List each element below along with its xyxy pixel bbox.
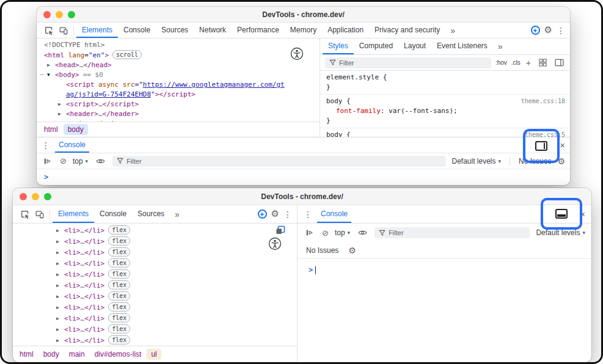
minimize-window-button[interactable] <box>56 11 63 18</box>
styles-filter-input[interactable]: Filter <box>325 57 491 68</box>
accessibility-icon[interactable] <box>268 237 282 253</box>
panel-layout-icon[interactable] <box>553 57 565 69</box>
zoom-window-button[interactable] <box>68 11 75 18</box>
ai-spark-icon[interactable] <box>531 26 540 35</box>
expand-arrow-icon[interactable]: ▶ <box>56 302 64 313</box>
log-levels-selector[interactable]: Default levels▾ <box>452 157 502 166</box>
console-settings-gear-icon[interactable]: ⚙ <box>348 246 356 255</box>
breadcrumb-html[interactable]: html <box>15 349 38 360</box>
more-tabs-button[interactable]: » <box>445 23 460 38</box>
dock-bottom-icon[interactable] <box>555 209 568 219</box>
titlebar[interactable]: DevTools - chrome.dev/ <box>13 188 591 205</box>
flex-badge[interactable]: flex <box>108 247 130 257</box>
inspect-icon[interactable] <box>18 207 32 222</box>
eye-icon[interactable] <box>356 227 368 239</box>
expand-arrow-icon[interactable]: ▶ <box>58 109 66 119</box>
more-tabs-button[interactable]: » <box>493 38 508 54</box>
expand-arrow-icon[interactable]: ▶ <box>58 119 66 122</box>
expand-arrow-icon[interactable]: ▶ <box>56 225 64 236</box>
tree-row-li[interactable]: ▶<li>…</li>flex <box>13 291 297 302</box>
context-selector[interactable]: top▾ <box>73 157 88 166</box>
drawer-kebab-menu-icon[interactable]: ⋮ <box>42 141 50 150</box>
tab-performance[interactable]: Performance <box>232 23 285 38</box>
grid-icon[interactable] <box>536 57 549 69</box>
tab-console[interactable]: Console <box>317 205 351 223</box>
more-tabs-button[interactable]: » <box>170 205 185 223</box>
tab-layout[interactable]: Layout <box>398 38 431 54</box>
dom-body-node[interactable]: …▼<body>== $0 <box>37 70 320 80</box>
expand-arrow-icon[interactable]: ▶ <box>58 100 66 109</box>
expand-arrow-icon[interactable]: ▶ <box>56 280 64 291</box>
device-toolbar-icon[interactable] <box>32 207 47 222</box>
tab-styles[interactable]: Styles <box>323 38 354 54</box>
css-declaration[interactable]: font-family: var(--font-sans); <box>326 106 565 116</box>
rule-selector[interactable]: body { <box>326 96 351 106</box>
tree-row-li[interactable]: ▶<li>…</li>flex <box>13 313 297 324</box>
log-levels-selector[interactable]: Default levels▾ <box>536 228 585 237</box>
expand-arrow-icon[interactable]: ▶ <box>56 247 64 258</box>
issues-counter[interactable]: No Issues <box>306 246 338 255</box>
console-sidebar-icon[interactable] <box>304 227 316 239</box>
expand-arrow-icon[interactable]: ▶ <box>56 236 64 247</box>
console-prompt-row[interactable]: > <box>37 169 570 185</box>
tree-row-li[interactable]: ▶<li>…</li>flex <box>13 335 297 346</box>
expand-arrow-icon[interactable]: ▶ <box>56 269 64 280</box>
tree-row-li[interactable]: ▶<li>…</li>flex <box>13 302 297 313</box>
dom-script-node[interactable]: ▶<script>…</script> <box>37 100 320 109</box>
tab-event-listeners[interactable]: Event Listeners <box>431 38 493 54</box>
dom-doctype-node[interactable]: <!DOCTYPE html> <box>37 40 320 50</box>
dock-side-icon[interactable] <box>535 141 547 151</box>
console-sidebar-icon[interactable] <box>42 155 54 167</box>
console-prompt-row[interactable]: > <box>298 259 591 274</box>
new-style-rule-button[interactable]: + <box>525 58 532 68</box>
source-link[interactable]: theme.css:18 <box>521 96 565 106</box>
tree-row-li[interactable]: ▶<li>…</li>flex <box>13 236 297 247</box>
minimize-window-button[interactable] <box>32 193 39 200</box>
breadcrumb-body[interactable]: body <box>39 349 64 360</box>
close-window-button[interactable] <box>43 11 51 18</box>
dom-header-node[interactable]: ▶<header>…</header> <box>37 109 320 119</box>
breadcrumb-main[interactable]: main <box>65 349 89 360</box>
tab-application[interactable]: Application <box>322 23 369 38</box>
rule-selector[interactable]: element.style { <box>326 73 387 82</box>
node-menu-icon[interactable]: … <box>40 68 45 78</box>
collapse-arrow-icon[interactable]: ▼ <box>47 70 55 80</box>
dom-gtag-script-node[interactable]: <script async src="https://www.googletag… <box>37 80 286 100</box>
expand-arrow-icon[interactable]: ▶ <box>56 335 64 346</box>
drawer-tab-console[interactable]: Console <box>55 137 89 153</box>
flex-badge[interactable]: flex <box>108 269 130 278</box>
flex-badge[interactable]: flex <box>108 236 130 246</box>
flex-badge[interactable]: flex <box>108 324 130 333</box>
tree-row-li[interactable]: ▶<li>…</li>flex <box>13 247 297 258</box>
drawer-kebab-menu-icon[interactable]: ⋮ <box>304 210 312 219</box>
breadcrumb-html[interactable]: html <box>40 124 62 135</box>
console-filter-input[interactable]: Filter <box>375 227 530 238</box>
tab-sources[interactable]: Sources <box>132 205 170 223</box>
context-selector[interactable]: top▾ <box>335 228 350 237</box>
tab-memory[interactable]: Memory <box>285 23 322 38</box>
dom-head-node[interactable]: ▶<head>…</head> <box>37 60 320 70</box>
breadcrumb-body[interactable]: body <box>64 124 88 135</box>
scroll-badge[interactable]: scroll <box>112 50 142 59</box>
flex-badge[interactable]: flex <box>108 225 130 235</box>
breadcrumb-div-demos-list[interactable]: div#demos-list <box>90 349 146 360</box>
expand-arrow-icon[interactable]: ▶ <box>56 313 64 324</box>
tree-row-li[interactable]: ▶<li>…</li>flex <box>13 324 297 335</box>
tab-sources[interactable]: Sources <box>156 23 194 38</box>
overlay-copy-icon[interactable] <box>275 225 286 238</box>
tab-elements[interactable]: Elements <box>53 205 94 223</box>
accessibility-icon[interactable] <box>290 47 304 60</box>
tab-console[interactable]: Console <box>94 205 132 223</box>
device-toolbar-icon[interactable] <box>56 23 71 38</box>
titlebar[interactable]: DevTools - chrome.dev/ <box>37 7 570 23</box>
close-drawer-icon[interactable]: × <box>560 140 565 150</box>
inspect-icon[interactable] <box>42 23 56 38</box>
element-classes-button[interactable]: .cls <box>511 59 521 66</box>
flex-badge[interactable]: flex <box>108 258 130 268</box>
flex-badge[interactable]: flex <box>108 335 130 344</box>
ai-spark-icon[interactable] <box>258 209 267 219</box>
tab-privacy-and-security[interactable]: Privacy and security <box>369 23 445 38</box>
flex-badge[interactable]: flex <box>108 302 130 311</box>
settings-gear-icon[interactable]: ⚙ <box>544 26 552 35</box>
settings-gear-icon[interactable]: ⚙ <box>271 209 279 219</box>
